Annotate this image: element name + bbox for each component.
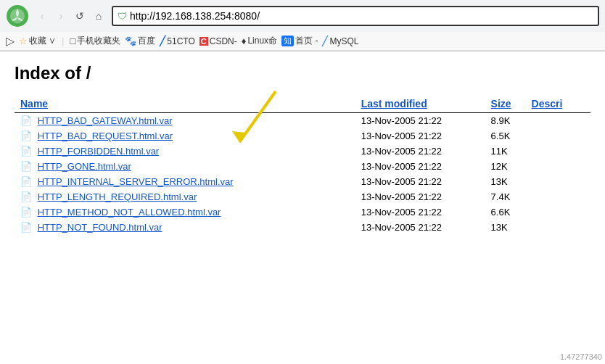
bookmark-mysql-label: MySQL [329, 36, 358, 46]
forward-button[interactable]: › [52, 7, 70, 25]
bookmark-csdn-label: CSDN- [210, 36, 237, 46]
table-row: 📄 HTTP_GONE.html.var 13-Nov-2005 21:22 1… [15, 159, 590, 174]
file-icon: 📄 [20, 222, 32, 233]
browser-logo-icon [6, 4, 29, 28]
file-size-cell: 11K [485, 144, 526, 159]
bookmark-linux[interactable]: ♦ Linux命 [242, 35, 277, 47]
file-size-cell: 12K [485, 159, 526, 174]
table-row: 📄 HTTP_BAD_GATEWAY.html.var 13-Nov-2005 … [15, 113, 590, 129]
annotation-container: Name Last modified Size Descri 📄 [15, 95, 590, 235]
file-desc-cell [526, 144, 590, 159]
file-icon: 📄 [20, 115, 32, 126]
file-desc-cell [526, 174, 590, 189]
file-name-cell: 📄 HTTP_GONE.html.var [15, 159, 355, 174]
table-row: 📄 HTTP_METHOD_NOT_ALLOWED.html.var 13-No… [15, 204, 590, 220]
file-name-cell: 📄 HTTP_BAD_REQUEST.html.var [15, 128, 355, 144]
browser-chrome: ‹ › ↺ ⌂ 🛡 ▷ ☆ 收藏 ∨ | □ 手机收藏夹 🐾 百度 ╱ 51CT… [0, 0, 605, 51]
file-date-cell: 13-Nov-2005 21:22 [355, 113, 485, 129]
file-icon: 📄 [20, 161, 32, 172]
address-bar[interactable]: 🛡 [112, 6, 599, 26]
table-row: 📄 HTTP_NOT_FOUND.html.var 13-Nov-2005 21… [15, 220, 590, 235]
bookmark-mobile-label: 手机收藏夹 [77, 35, 120, 47]
bookmark-zhihu[interactable]: 知 首页 - [281, 35, 318, 47]
file-name-cell: 📄 HTTP_NOT_FOUND.html.var [15, 220, 355, 235]
bookmarks-bar: ▷ ☆ 收藏 ∨ | □ 手机收藏夹 🐾 百度 ╱ 51CTO C CSDN- … [0, 32, 605, 51]
file-icon: 📄 [20, 176, 32, 187]
mysql-icon: ╱ [322, 36, 328, 46]
file-name-cell: 📄 HTTP_LENGTH_REQUIRED.html.var [15, 189, 355, 204]
file-date-cell: 13-Nov-2005 21:22 [355, 128, 485, 144]
file-size-cell: 8.9K [485, 113, 526, 129]
file-desc-cell [526, 189, 590, 204]
file-link[interactable]: HTTP_INTERNAL_SERVER_ERROR.html.var [38, 176, 234, 187]
file-date-cell: 13-Nov-2005 21:22 [355, 204, 485, 220]
back-button[interactable]: ‹ [33, 7, 51, 25]
table-row: 📄 HTTP_LENGTH_REQUIRED.html.var 13-Nov-2… [15, 189, 590, 204]
table-header-row: Name Last modified Size Descri [15, 95, 590, 113]
bookmark-mysql[interactable]: ╱ MySQL [322, 36, 358, 46]
file-size-cell: 6.6K [485, 204, 526, 220]
bookmark-csdn[interactable]: C CSDN- [199, 36, 237, 46]
file-date-cell: 13-Nov-2005 21:22 [355, 159, 485, 174]
file-desc-cell [526, 220, 590, 235]
size-sort-link[interactable]: Size [491, 98, 511, 109]
page-title: Index of / [15, 63, 590, 83]
desc-sort-link[interactable]: Descri [532, 98, 563, 109]
file-link[interactable]: HTTP_NOT_FOUND.html.var [38, 222, 162, 233]
url-input[interactable] [130, 10, 593, 22]
file-size-cell: 13K [485, 220, 526, 235]
title-bar: ‹ › ↺ ⌂ 🛡 [0, 0, 605, 32]
col-name-header[interactable]: Name [15, 95, 355, 113]
file-icon: 📄 [20, 131, 32, 141]
star-icon: ☆ [19, 36, 28, 46]
file-size-cell: 6.5K [485, 128, 526, 144]
zhihu-icon: 知 [281, 36, 294, 46]
file-link[interactable]: HTTP_GONE.html.var [38, 161, 131, 172]
51cto-icon: ╱ [160, 36, 165, 46]
file-date-cell: 13-Nov-2005 21:22 [355, 220, 485, 235]
baidu-icon: 🐾 [125, 36, 136, 46]
name-sort-link[interactable]: Name [20, 98, 48, 109]
refresh-button[interactable]: ↺ [71, 7, 89, 25]
bookmark-zhihu-label: 首页 - [295, 35, 318, 47]
file-link[interactable]: HTTP_METHOD_NOT_ALLOWED.html.var [38, 207, 221, 218]
linux-icon: ♦ [242, 36, 247, 46]
sidebar-toggle[interactable]: ▷ [6, 34, 15, 48]
file-date-cell: 13-Nov-2005 21:22 [355, 144, 485, 159]
file-link[interactable]: HTTP_LENGTH_REQUIRED.html.var [38, 191, 197, 202]
bookmark-mobile[interactable]: □ 手机收藏夹 [70, 35, 120, 47]
file-date-cell: 13-Nov-2005 21:22 [355, 174, 485, 189]
file-name-cell: 📄 HTTP_INTERNAL_SERVER_ERROR.html.var [15, 174, 355, 189]
col-size-header[interactable]: Size [485, 95, 526, 113]
file-name-cell: 📄 HTTP_METHOD_NOT_ALLOWED.html.var [15, 204, 355, 220]
file-link[interactable]: HTTP_FORBIDDEN.html.var [38, 146, 160, 157]
bookmark-51cto[interactable]: ╱ 51CTO [160, 36, 194, 46]
col-date-header[interactable]: Last modified [355, 95, 485, 113]
bookmark-baidu[interactable]: 🐾 百度 [125, 35, 155, 47]
bookmark-51cto-label: 51CTO [167, 36, 194, 46]
file-icon: 📄 [20, 191, 32, 202]
nav-buttons: ‹ › ↺ ⌂ [33, 7, 107, 25]
csdn-icon: C [199, 37, 208, 46]
col-desc-header[interactable]: Descri [526, 95, 590, 113]
file-desc-cell [526, 113, 590, 129]
file-icon: 📄 [20, 207, 32, 218]
date-sort-link[interactable]: Last modified [361, 98, 427, 109]
secure-icon: 🛡 [118, 11, 127, 22]
file-link[interactable]: HTTP_BAD_REQUEST.html.var [38, 131, 173, 141]
table-row: 📄 HTTP_FORBIDDEN.html.var 13-Nov-2005 21… [15, 144, 590, 159]
table-row: 📄 HTTP_BAD_REQUEST.html.var 13-Nov-2005 … [15, 128, 590, 144]
file-desc-cell [526, 159, 590, 174]
file-link[interactable]: HTTP_BAD_GATEWAY.html.var [38, 115, 173, 126]
bookmark-favorites-label: 收藏 ∨ [29, 35, 56, 47]
file-name-cell: 📄 HTTP_BAD_GATEWAY.html.var [15, 113, 355, 129]
file-date-cell: 13-Nov-2005 21:22 [355, 189, 485, 204]
file-table: Name Last modified Size Descri 📄 [15, 95, 590, 235]
table-row: 📄 HTTP_INTERNAL_SERVER_ERROR.html.var 13… [15, 174, 590, 189]
file-size-cell: 13K [485, 174, 526, 189]
bookmark-baidu-label: 百度 [138, 35, 155, 47]
home-button[interactable]: ⌂ [90, 7, 107, 25]
bookmark-favorites[interactable]: ☆ 收藏 ∨ [19, 35, 56, 47]
bookmark-linux-label: Linux命 [247, 35, 277, 47]
file-desc-cell [526, 204, 590, 220]
